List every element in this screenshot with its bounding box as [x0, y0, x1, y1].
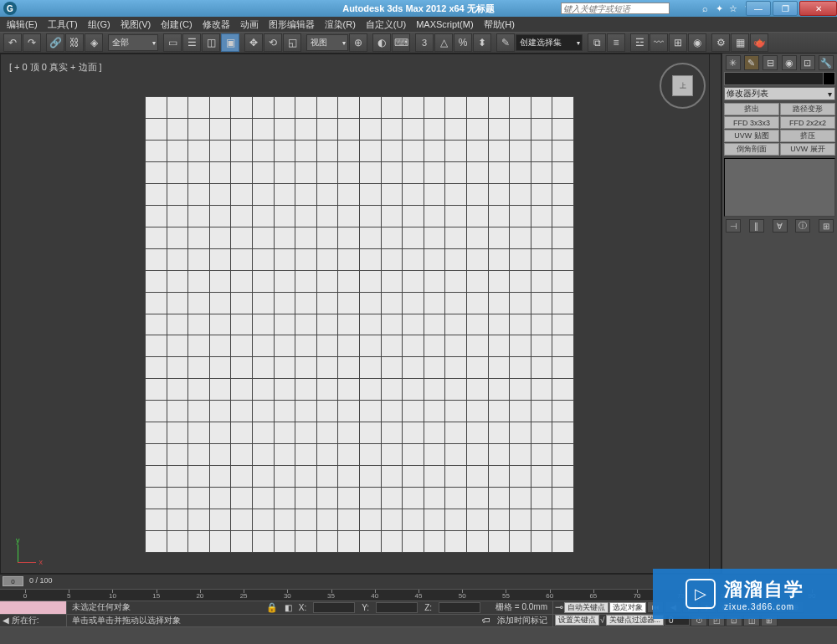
angle-snap-button[interactable]: △: [434, 33, 453, 52]
x-coord-input[interactable]: [313, 602, 355, 613]
mod-path-deform[interactable]: 路径变形: [780, 103, 835, 115]
make-unique-button[interactable]: ∀: [773, 219, 788, 233]
menu-help[interactable]: 帮助(H): [479, 18, 520, 31]
icon-1[interactable]: ⌕: [699, 3, 711, 14]
remove-modifier-button[interactable]: ⓘ: [795, 219, 810, 233]
redo-button[interactable]: ↷: [23, 33, 41, 52]
curve-editor-button[interactable]: 〰: [650, 33, 668, 52]
mod-bevel-profile[interactable]: 倒角剖面: [724, 143, 779, 156]
mirror-button[interactable]: ⧉: [588, 33, 606, 52]
render-button[interactable]: 🫖: [750, 33, 768, 52]
edit-named-sel-button[interactable]: ✎: [496, 33, 515, 52]
rotate-button[interactable]: ⟲: [264, 33, 282, 52]
configure-sets-button[interactable]: ⊞: [819, 219, 834, 233]
mod-extrude[interactable]: 挤出: [724, 103, 779, 115]
status-left: ◀ 所在行:: [0, 601, 67, 627]
key-icon[interactable]: ⊸: [555, 601, 563, 613]
lock-icon[interactable]: 🔒: [266, 602, 278, 613]
menu-maxscript[interactable]: MAXScript(M): [411, 19, 478, 29]
object-name-input[interactable]: [724, 72, 835, 85]
schematic-button[interactable]: ⊞: [669, 33, 687, 52]
viewport-grid[interactable]: [145, 96, 573, 552]
unlink-button[interactable]: ⛓: [65, 33, 84, 52]
pivot-button[interactable]: ⊕: [349, 33, 367, 52]
percent-snap-button[interactable]: %: [454, 33, 472, 52]
viewcube[interactable]: 上: [660, 63, 706, 109]
align-button[interactable]: ≡: [607, 33, 625, 52]
menu-create[interactable]: 创建(C): [156, 18, 197, 31]
mod-uvw-unwrap[interactable]: UVW 展开: [780, 143, 835, 156]
pin-stack-button[interactable]: ⊣: [726, 219, 741, 233]
render-setup-button[interactable]: ⚙: [711, 33, 730, 52]
mod-ffd2[interactable]: FFD 2x2x2: [780, 116, 835, 129]
mod-ffd3[interactable]: FFD 3x3x3: [724, 116, 779, 129]
select-manipulate-button[interactable]: ◐: [372, 33, 391, 52]
selected-button[interactable]: 选定对象: [609, 602, 646, 613]
window-crossing-button[interactable]: ▣: [221, 33, 239, 52]
mod-squeeze[interactable]: 挤压: [780, 130, 835, 142]
layers-button[interactable]: ☲: [630, 33, 649, 52]
window-title: Autodesk 3ds Max 2012 x64 无标题: [342, 3, 495, 15]
menu-animation[interactable]: 动画: [235, 18, 264, 31]
minimize-button[interactable]: —: [746, 1, 771, 16]
key-mode-icon[interactable]: √: [600, 616, 605, 625]
render-frame-button[interactable]: ▦: [731, 33, 749, 52]
menu-customize[interactable]: 自定义(U): [361, 18, 411, 31]
display-tab[interactable]: ⊡: [800, 55, 815, 70]
utilities-tab[interactable]: 🔧: [819, 55, 834, 70]
select-region-button[interactable]: ◫: [202, 33, 220, 52]
named-selection-dropdown[interactable]: 创建选择集: [516, 34, 583, 51]
set-key-button[interactable]: 设置关键点: [555, 615, 599, 626]
snap-toggle-button[interactable]: 3: [415, 33, 434, 52]
menu-modifiers[interactable]: 修改器: [198, 18, 235, 31]
time-tag-icon[interactable]: 🏷: [482, 616, 490, 625]
modifier-list-dropdown[interactable]: 修改器列表: [724, 87, 835, 100]
isolate-icon[interactable]: ◧: [285, 603, 292, 612]
hierarchy-tab[interactable]: ⊟: [763, 55, 778, 70]
add-time-tag[interactable]: 添加时间标记: [497, 615, 547, 626]
time-slider-thumb[interactable]: 0: [3, 576, 23, 586]
viewport-vscrollbar[interactable]: [709, 54, 721, 573]
menu-rendering[interactable]: 渲染(R): [320, 18, 361, 31]
auto-key-button[interactable]: 自动关键点: [564, 602, 608, 613]
status-pink-indicator[interactable]: [0, 601, 66, 615]
menu-tools[interactable]: 工具(T): [43, 18, 83, 31]
object-color-swatch[interactable]: [823, 73, 834, 84]
selection-filter-dropdown[interactable]: 全部: [108, 34, 158, 51]
spinner-snap-button[interactable]: ⬍: [473, 33, 491, 52]
undo-button[interactable]: ↶: [3, 33, 22, 52]
menu-views[interactable]: 视图(V): [116, 18, 157, 31]
close-button[interactable]: ✕: [799, 1, 837, 16]
modifier-stack[interactable]: [724, 158, 835, 217]
modify-tab[interactable]: ✎: [744, 55, 759, 70]
icon-3[interactable]: ☆: [727, 3, 739, 14]
search-input[interactable]: [561, 3, 670, 14]
scale-button[interactable]: ◱: [283, 33, 301, 52]
y-coord-input[interactable]: [376, 602, 418, 613]
menu-bar: 编辑(E) 工具(T) 组(G) 视图(V) 创建(C) 修改器 动画 图形编辑…: [0, 17, 837, 32]
viewport[interactable]: [ + 0 顶 0 真实 + 边面 ] 上: [0, 54, 721, 574]
menu-group[interactable]: 组(G): [83, 18, 116, 31]
z-coord-input[interactable]: [439, 602, 480, 613]
ref-coord-dropdown[interactable]: 视图: [306, 34, 348, 51]
icon-2[interactable]: ✦: [713, 3, 725, 14]
material-editor-button[interactable]: ◉: [688, 33, 706, 52]
motion-tab[interactable]: ◉: [782, 55, 797, 70]
create-tab[interactable]: ✳: [726, 55, 741, 70]
menu-edit[interactable]: 编辑(E): [2, 18, 43, 31]
move-button[interactable]: ✥: [244, 33, 263, 52]
link-button[interactable]: 🔗: [46, 33, 64, 52]
axis-gizmo: [18, 538, 43, 563]
select-button[interactable]: ▭: [163, 33, 182, 52]
select-name-button[interactable]: ☰: [182, 33, 201, 52]
keyboard-shortcut-button[interactable]: ⌨: [392, 33, 410, 52]
menu-graph-editors[interactable]: 图形编辑器: [264, 18, 320, 31]
show-end-result-button[interactable]: ‖: [749, 219, 764, 233]
main-area: [ + 0 顶 0 真实 + 边面 ] 上 ✳ ✎ ⊟ ◉ ⊡ 🔧 修改器列表 …: [0, 54, 837, 574]
maximize-button[interactable]: ❐: [773, 1, 798, 16]
viewcube-face[interactable]: 上: [672, 75, 693, 96]
mod-uvw-map[interactable]: UVW 贴图: [724, 130, 779, 142]
maxscript-line: ◀ 所在行:: [0, 615, 66, 628]
bind-button[interactable]: ◈: [85, 33, 103, 52]
viewport-label[interactable]: [ + 0 顶 0 真实 + 边面 ]: [9, 61, 102, 74]
